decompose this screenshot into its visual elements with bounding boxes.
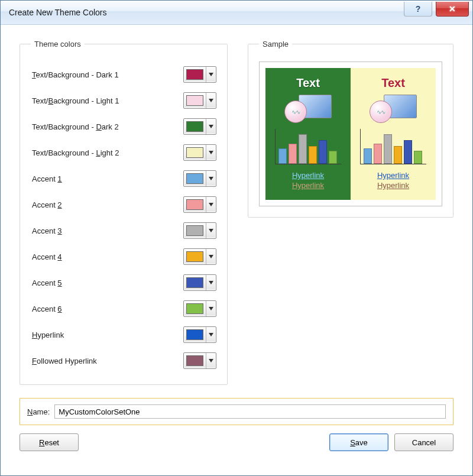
sample-group: Sample Text ∿∿	[248, 40, 453, 218]
color-swatch	[186, 95, 203, 106]
color-picker[interactable]	[183, 222, 216, 239]
help-icon: ?	[416, 4, 421, 14]
dialog-window: Create New Theme Colors ? ✕ Theme colors…	[0, 0, 473, 476]
save-button[interactable]: Save	[329, 433, 388, 451]
color-swatch	[186, 121, 203, 132]
sample-followed-hyperlink: Hyperlink	[292, 182, 324, 189]
sample-text-heading: Text	[296, 76, 320, 90]
color-picker[interactable]	[183, 300, 216, 317]
sample-chart	[358, 127, 429, 164]
color-swatch	[186, 329, 203, 340]
theme-color-label: Text/Background - Light 2	[31, 148, 183, 157]
sample-legend: Sample	[259, 40, 292, 48]
color-swatch	[186, 225, 203, 236]
color-swatch	[186, 277, 203, 288]
sample-hyperlink: Hyperlink	[292, 171, 324, 179]
theme-colors-legend: Theme colors	[31, 40, 85, 48]
title-bar: Create New Theme Colors ? ✕	[1, 1, 472, 25]
sample-text-heading: Text	[381, 76, 405, 90]
sample-hyperlink: Hyperlink	[377, 171, 409, 179]
cancel-button[interactable]: Cancel	[394, 433, 453, 451]
theme-color-row: Hyperlink	[31, 322, 216, 348]
theme-color-label: Text/Background - Dark 1	[31, 70, 183, 79]
chevron-down-icon	[206, 353, 216, 368]
theme-color-label: Accent 5	[31, 279, 183, 287]
sample-chart	[273, 127, 344, 164]
chart-bar	[394, 146, 402, 164]
theme-color-label: Accent 2	[31, 200, 183, 209]
color-picker[interactable]	[183, 196, 216, 213]
color-swatch	[186, 69, 203, 80]
chart-bar	[404, 140, 412, 164]
chart-bar	[329, 151, 337, 164]
theme-color-row: Accent 1	[31, 166, 216, 192]
chevron-down-icon	[206, 223, 216, 238]
button-row: Reset Save Cancel	[20, 433, 453, 451]
close-button[interactable]: ✕	[436, 2, 469, 17]
color-swatch	[186, 303, 203, 314]
color-swatch	[186, 355, 203, 366]
theme-colors-group: Theme colors Text/Background - Dark 1Tex…	[20, 40, 228, 385]
theme-color-row: Text/Background - Dark 1	[31, 61, 216, 88]
theme-color-row: Accent 3	[31, 218, 216, 244]
color-picker[interactable]	[183, 248, 216, 265]
chevron-down-icon	[206, 93, 216, 108]
sample-dark-panel: Text ∿∿ Hyperlink Hyperlin	[265, 68, 351, 200]
chevron-down-icon	[206, 327, 216, 342]
chart-bar	[299, 134, 307, 164]
sample-preview: Text ∿∿ Hyperlink Hyperlin	[259, 61, 442, 206]
theme-color-row: Accent 2	[31, 192, 216, 218]
name-label: Name:	[27, 407, 50, 416]
theme-color-label: Hyperlink	[31, 331, 183, 339]
help-button[interactable]: ?	[404, 2, 432, 17]
chart-bar	[414, 151, 422, 164]
color-picker[interactable]	[183, 92, 216, 109]
window-title: Create New Theme Colors	[9, 8, 106, 17]
theme-color-label: Accent 6	[31, 305, 183, 313]
chart-bar	[384, 134, 392, 164]
chevron-down-icon	[206, 249, 216, 264]
theme-color-label: Text/Background - Dark 2	[31, 122, 183, 131]
color-swatch	[186, 173, 203, 184]
theme-color-label: Accent 3	[31, 226, 183, 235]
theme-color-label: Followed Hyperlink	[31, 357, 183, 365]
name-row: Name:	[20, 398, 453, 425]
theme-color-row: Accent 6	[31, 296, 216, 322]
color-swatch	[186, 199, 203, 210]
close-icon: ✕	[449, 4, 456, 14]
theme-color-row: Text/Background - Light 2	[31, 140, 216, 166]
theme-color-row: Text/Background - Light 1	[31, 88, 216, 114]
chevron-down-icon	[206, 171, 216, 186]
sample-followed-hyperlink: Hyperlink	[377, 182, 409, 189]
reset-button[interactable]: Reset	[20, 433, 79, 451]
chevron-down-icon	[206, 67, 216, 82]
name-input[interactable]	[54, 404, 446, 419]
color-swatch	[186, 251, 203, 262]
chevron-down-icon	[206, 275, 216, 290]
chevron-down-icon	[206, 197, 216, 212]
dialog-body: Theme colors Text/Background - Dark 1Tex…	[1, 24, 472, 475]
color-picker[interactable]	[183, 326, 216, 343]
theme-color-row: Accent 4	[31, 244, 216, 270]
theme-color-row: Accent 5	[31, 270, 216, 296]
color-picker[interactable]	[183, 118, 216, 135]
sample-light-panel: Text ∿∿ Hyperlink Hyperlin	[351, 68, 436, 200]
color-picker[interactable]	[183, 66, 216, 83]
theme-color-label: Text/Background - Light 1	[31, 96, 183, 105]
sample-circle: ∿∿	[284, 101, 307, 123]
chart-bar	[319, 140, 327, 164]
color-picker[interactable]	[183, 170, 216, 187]
chart-bar	[364, 148, 372, 164]
chevron-down-icon	[206, 119, 216, 134]
sample-shapes: ∿∿	[370, 95, 417, 123]
chevron-down-icon	[206, 145, 216, 160]
color-picker[interactable]	[183, 352, 216, 369]
color-picker[interactable]	[183, 274, 216, 291]
sample-shapes: ∿∿	[284, 95, 332, 123]
color-picker[interactable]	[183, 144, 216, 161]
chart-bar	[289, 144, 297, 164]
theme-color-row: Followed Hyperlink	[31, 348, 216, 374]
color-swatch	[186, 147, 203, 158]
chevron-down-icon	[206, 301, 216, 316]
chart-bar	[309, 146, 317, 164]
